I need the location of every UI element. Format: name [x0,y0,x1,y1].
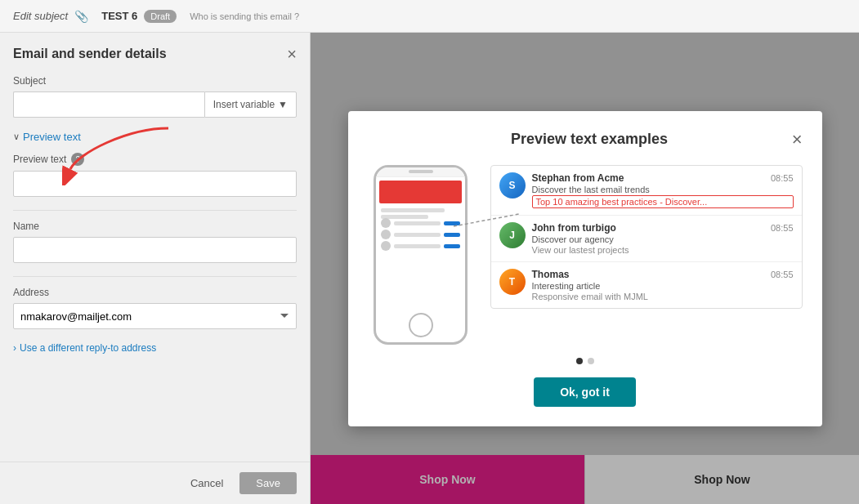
ok-button-row: Ok, got it [368,377,803,407]
email-list: S Stephan from Acme 08:55 Discover the l… [490,165,803,309]
preview-text-modal: Preview text examples × [348,111,822,426]
left-panel: Email and sender details × Subject Inser… [0,33,311,504]
phone-dot-line-3 [394,244,441,248]
email-row1-1: Stephan from Acme 08:55 [532,172,794,184]
email-item-1: S Stephan from Acme 08:55 Discover the l… [491,166,802,216]
phone-dot-2 [381,230,391,239]
modal-title: Preview text examples [387,131,792,148]
chevron-right-icon: › [13,342,16,354]
chevron-down-icon: ▼ [278,99,288,110]
name-section: Name [13,221,297,263]
address-select[interactable]: nmakarov@mailjet.com [13,303,297,329]
phone-line-4 [381,233,460,237]
subject-input-row: Insert variable ▼ [13,91,297,118]
email-time-3: 08:55 [771,270,794,279]
phone-screen [376,177,465,256]
phone-dot-line-2 [394,233,441,237]
save-button[interactable]: Save [239,472,297,494]
divider-1 [13,210,297,211]
top-bar-left: Edit subject 📎 [13,10,88,23]
dot-2[interactable] [588,358,594,364]
main-layout: Email and sender details × Subject Inser… [0,33,859,504]
email-sender-3: Thomas [532,269,570,280]
email-details-3: Thomas 08:55 Interesting article Respons… [532,269,794,301]
email-row1-2: John from turbigo 08:55 [532,222,794,234]
modal-close-button[interactable]: × [792,131,803,149]
email-details-1: Stephan from Acme 08:55 Discover the las… [532,172,794,208]
email-subject-1: Discover the last email trends [532,185,794,194]
email-avatar-3: T [499,269,526,295]
panel-close-button[interactable]: × [287,46,297,62]
email-subject-3: Interesting article [532,281,794,291]
panel-content: Subject Insert variable ▼ ∨ Preview text… [0,75,310,462]
preview-text-label: Preview text [13,154,66,165]
chevron-icon: ∨ [13,132,20,142]
address-section: Address nmakarov@mailjet.com [13,287,297,329]
phone-line-1 [381,208,445,212]
email-sender-2: John from turbigo [532,222,616,234]
subject-label: Subject [13,75,297,87]
email-preview-2: View our lastest projects [532,245,794,255]
edit-subject-label[interactable]: Edit subject [13,10,68,22]
reply-to-link[interactable]: › Use a different reply-to address [13,342,297,354]
top-bar-subtitle: Who is sending this email ? [190,11,299,21]
email-preview-3: Responsive email with MJML [532,292,794,301]
email-avatar-2: J [499,222,526,248]
address-label: Address [13,287,297,298]
phone-dot-1 [381,218,391,228]
phone-dot-line-blue-2 [444,233,460,237]
panel-header: Email and sender details × [0,33,310,75]
panel-footer: Cancel Save [0,462,310,504]
panel-title: Email and sender details [13,47,167,61]
email-subject-2: Discover our agency [532,234,794,244]
phone-dot-line-blue-1 [444,221,460,225]
help-icon[interactable]: ? [71,153,84,166]
email-avatar-1: S [499,172,526,198]
top-bar: Edit subject 📎 TEST 6 Draft Who is sendi… [0,0,859,33]
email-time-1: 08:55 [771,173,794,183]
email-preview-1: Top 10 amazing best practices - Discover… [532,195,794,208]
right-area: Shop Now Shop Now Preview text examples … [311,33,859,504]
ok-got-it-button[interactable]: Ok, got it [534,377,636,407]
phone-line-5 [381,244,460,248]
phone-speaker [409,170,433,173]
modal-body: S Stephan from Acme 08:55 Discover the l… [368,165,803,345]
subject-input[interactable] [13,91,204,118]
test-name: TEST 6 [101,10,137,22]
phone-line-3 [381,221,460,225]
email-item-3: T Thomas 08:55 Interesting article Respo… [491,262,802,308]
modal-overlay: Preview text examples × [311,33,859,504]
email-sender-1: Stephan from Acme [532,172,624,184]
name-input[interactable] [13,237,297,263]
phone-red-header [379,181,462,203]
preview-text-input[interactable] [13,171,297,197]
email-time-2: 08:55 [771,223,794,233]
divider-2 [13,276,297,277]
email-item-2: J John from turbigo 08:55 Discover our a… [491,216,802,262]
dot-1[interactable] [576,358,583,364]
phone-top-bar [376,167,465,177]
preview-text-label-row: Preview text ? [13,153,297,166]
phone-dot-3 [381,241,391,251]
phone-home-button [409,313,433,337]
insert-variable-button[interactable]: Insert variable ▼ [204,91,297,118]
preview-text-section: Preview text ? [13,153,297,197]
test-badge-container: TEST 6 Draft [101,10,177,23]
phone-dot-line-1 [394,221,441,225]
phone-content-lines [379,207,462,252]
modal-header: Preview text examples × [368,131,803,149]
draft-badge: Draft [144,10,177,23]
email-row1-3: Thomas 08:55 [532,269,794,280]
phone-dot-line-blue-3 [444,244,460,248]
name-label: Name [13,221,297,232]
phone-outer [374,165,468,345]
email-details-2: John from turbigo 08:55 Discover our age… [532,222,794,255]
phone-mockup [368,165,474,345]
preview-text-toggle[interactable]: Preview text [23,131,81,143]
cancel-button[interactable]: Cancel [181,472,233,494]
pagination-dots [368,358,803,364]
subject-section: Subject Insert variable ▼ [13,75,297,118]
preview-text-collapsible[interactable]: ∨ Preview text [13,131,297,143]
paperclip-icon: 📎 [74,10,88,23]
